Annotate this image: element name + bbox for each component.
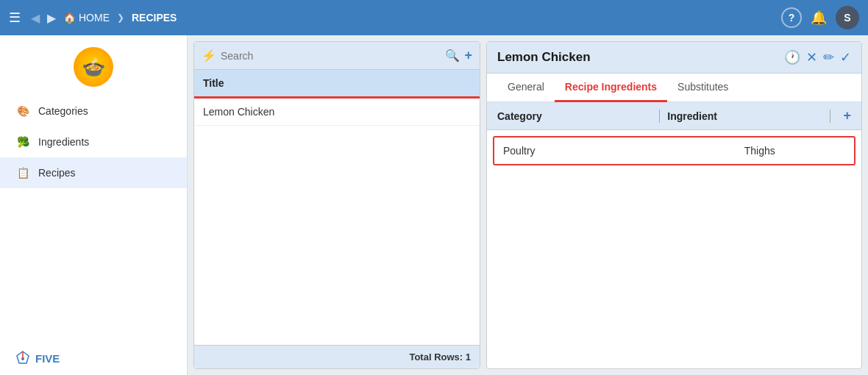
tab-general[interactable]: General (497, 74, 555, 102)
recipes-icon: 📋 (15, 165, 31, 181)
ingredients-icon: 🥦 (15, 134, 31, 150)
ingredients-header: Category Ingredient + (487, 102, 861, 130)
ingredients-body: Poultry Thighs (487, 130, 861, 368)
five-logo-mark (15, 350, 31, 366)
sidebar-item-label-ingredients: Ingredients (38, 136, 89, 148)
sidebar: 🍲 🎨 Categories 🥦 Ingredients 📋 Recipes (0, 35, 188, 375)
detail-title: Lemon Chicken (497, 50, 778, 65)
search-input[interactable] (221, 50, 441, 62)
column-separator-2 (830, 110, 830, 123)
detail-panel: Lemon Chicken 🕐 ✕ ✏ ✓ General Recipe Ing… (486, 41, 862, 369)
notification-icon[interactable]: 🔔 (811, 10, 827, 26)
search-icon[interactable]: 🔍 (445, 49, 460, 63)
edit-icon[interactable]: ✏ (823, 49, 834, 65)
tab-substitutes[interactable]: Substitutes (667, 74, 739, 102)
categories-icon: 🎨 (15, 103, 31, 119)
topbar-right: ? 🔔 S (781, 6, 859, 29)
sidebar-logo: 🍲 (0, 41, 187, 96)
breadcrumb-current: RECIPES (132, 12, 177, 24)
search-bar: ⚡ 🔍 + (194, 42, 480, 70)
topbar: ☰ ◀ ▶ 🏠 HOME ❯ RECIPES ? 🔔 S (0, 0, 868, 35)
filter-icon[interactable]: ⚡ (202, 49, 216, 63)
sidebar-item-label-categories: Categories (38, 105, 88, 117)
list-panel: ⚡ 🔍 + Title Lemon Chicken Total Rows: 1 (193, 41, 480, 369)
sidebar-nav: 🎨 Categories 🥦 Ingredients 📋 Recipes (0, 96, 187, 341)
confirm-icon[interactable]: ✓ (840, 49, 851, 65)
main-layout: 🍲 🎨 Categories 🥦 Ingredients 📋 Recipes (0, 35, 868, 375)
five-logo: FIVE (15, 350, 60, 366)
sidebar-bottom: FIVE (0, 341, 187, 375)
column-separator (659, 110, 660, 123)
svg-point-0 (21, 357, 24, 360)
tab-recipe-ingredients[interactable]: Recipe Ingredients (555, 74, 667, 102)
forward-button[interactable]: ▶ (47, 11, 56, 25)
sidebar-item-recipes[interactable]: 📋 Recipes (0, 157, 187, 188)
list-footer: Total Rows: 1 (194, 345, 480, 368)
clock-icon[interactable]: 🕐 (784, 49, 800, 65)
content-area: ⚡ 🔍 + Title Lemon Chicken Total Rows: 1 … (188, 35, 868, 375)
ingredients-col-ingredient: Ingredient (667, 110, 822, 122)
breadcrumb-separator: ❯ (117, 12, 124, 23)
topbar-left: ☰ ◀ ▶ 🏠 HOME ❯ RECIPES (9, 10, 781, 26)
home-label: HOME (79, 12, 110, 24)
home-link[interactable]: 🏠 HOME (63, 12, 110, 24)
avatar[interactable]: S (836, 6, 859, 29)
add-record-button[interactable]: + (464, 48, 472, 63)
add-ingredient-button[interactable]: + (844, 108, 852, 124)
list-column-title: Title (194, 70, 480, 99)
ingredient-row[interactable]: Poultry Thighs (493, 136, 855, 165)
help-button[interactable]: ? (781, 7, 802, 28)
ingredients-table: Category Ingredient + Poultry Thighs (487, 102, 861, 368)
ingredients-col-category: Category (497, 110, 652, 122)
close-icon[interactable]: ✕ (806, 49, 817, 65)
home-icon: 🏠 (63, 12, 76, 24)
sidebar-item-label-recipes: Recipes (38, 167, 76, 179)
ingredient-category: Poultry (503, 145, 675, 157)
list-body: Lemon Chicken (194, 99, 480, 345)
five-label: FIVE (35, 352, 60, 365)
logo-emoji: 🍲 (82, 56, 105, 79)
sidebar-item-ingredients[interactable]: 🥦 Ingredients (0, 126, 187, 157)
menu-icon[interactable]: ☰ (9, 10, 21, 26)
sidebar-item-categories[interactable]: 🎨 Categories (0, 96, 187, 126)
ingredient-name: Thighs (675, 145, 846, 157)
list-item[interactable]: Lemon Chicken (194, 99, 480, 126)
detail-header: Lemon Chicken 🕐 ✕ ✏ ✓ (487, 42, 861, 74)
back-button[interactable]: ◀ (31, 11, 40, 25)
app-logo: 🍲 (74, 47, 113, 87)
detail-tabs: General Recipe Ingredients Substitutes (487, 74, 861, 102)
